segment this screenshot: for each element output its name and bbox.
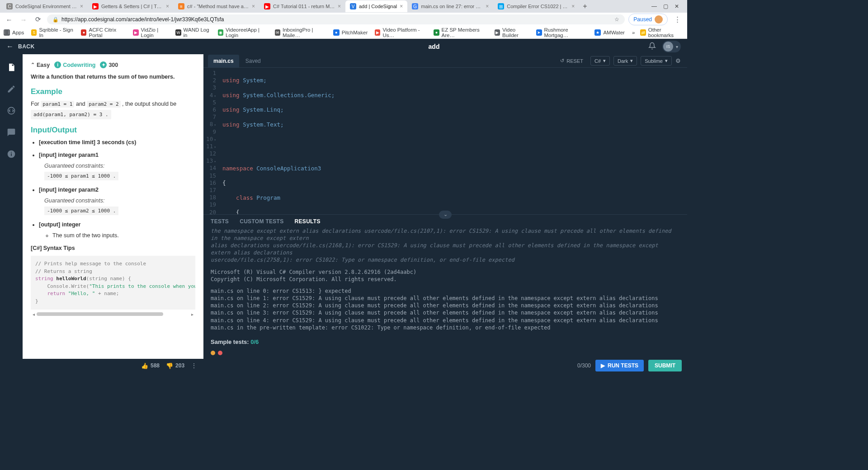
bookmark-favicon: ● bbox=[434, 29, 439, 36]
tab-favicon: V bbox=[350, 3, 356, 9]
bookmark-favicon: ● bbox=[81, 29, 86, 36]
new-tab-button[interactable]: + bbox=[579, 2, 590, 10]
tab-tests[interactable]: TESTS bbox=[211, 218, 229, 225]
language-label: C# bbox=[594, 58, 601, 64]
tab-title: Getters & Setters | C# | Tutorial 2 bbox=[101, 4, 163, 9]
bookmark-item[interactable]: ●ACFC Citrix Portal bbox=[81, 27, 126, 38]
problem-panel: ⌃ Easy i Codewriting ✦ 300 Write a funct… bbox=[23, 54, 203, 359]
input1-heading: [input] integer param1 bbox=[39, 152, 195, 158]
upvote-count: 588 bbox=[151, 362, 160, 369]
tab-close-button[interactable]: × bbox=[571, 3, 575, 9]
bookmark-item[interactable]: ◉VideoreelApp | Login bbox=[218, 27, 268, 38]
tab-results[interactable]: RESULTS bbox=[295, 218, 321, 225]
bookmark-label: Video Builder bbox=[502, 27, 529, 38]
back-button[interactable]: ← BACK bbox=[6, 42, 35, 51]
code-icon[interactable] bbox=[6, 106, 16, 116]
star-icon[interactable]: ☆ bbox=[614, 16, 619, 23]
code-body[interactable]: using System; using System.Collections.G… bbox=[219, 68, 687, 214]
bookmark-item[interactable]: ▶Video Platform - Us… bbox=[375, 27, 426, 38]
url-text: https://app.codesignal.com/arcade/intro/… bbox=[61, 16, 224, 23]
browser-tab[interactable]: ▶Getters & Setters | C# | Tutorial 2× bbox=[88, 0, 174, 12]
reset-button[interactable]: ↺ RESET bbox=[557, 56, 587, 65]
tab-close-button[interactable]: × bbox=[80, 3, 83, 9]
points-badge: ✦ 300 bbox=[100, 61, 118, 68]
bookmarks-overflow[interactable]: » bbox=[632, 30, 635, 35]
bookmark-item[interactable]: ★AMWater bbox=[594, 29, 625, 36]
browser-tab[interactable]: ▶C# Tutorial 011 - return Method× bbox=[259, 0, 345, 12]
upvote-button[interactable]: 👍 588 bbox=[141, 362, 160, 369]
forward-nav-button[interactable]: → bbox=[18, 16, 29, 24]
task-type-badge: i Codewriting bbox=[54, 61, 95, 68]
tab-custom-tests[interactable]: CUSTOM TESTS bbox=[240, 218, 283, 225]
points-value: 300 bbox=[108, 62, 118, 68]
notifications-icon[interactable] bbox=[648, 42, 656, 51]
reset-label: RESET bbox=[566, 58, 583, 64]
close-window-button[interactable]: ✕ bbox=[675, 3, 679, 9]
submit-button[interactable]: SUBMIT bbox=[648, 360, 682, 371]
bookmark-item[interactable]: ✉InboxingPro | Maile… bbox=[275, 27, 326, 38]
bookmark-item[interactable]: ⋮⋮Apps bbox=[4, 29, 24, 36]
bookmark-label: ACFC Citrix Portal bbox=[89, 27, 126, 38]
input2-heading: [input] integer param2 bbox=[39, 187, 195, 193]
results-output: the namespace except extern alias declar… bbox=[203, 227, 687, 335]
pencil-icon[interactable] bbox=[6, 84, 16, 94]
tab-close-button[interactable]: × bbox=[252, 3, 255, 9]
bookmark-item[interactable]: ●EZ SP Members Are… bbox=[434, 27, 487, 38]
syntax-tips-box: // Prints help message to the console //… bbox=[31, 256, 195, 310]
maximize-button[interactable]: ▢ bbox=[663, 3, 668, 9]
char-count: 0/300 bbox=[577, 362, 591, 369]
browser-tab[interactable]: Vadd | CodeSignal× bbox=[345, 0, 407, 12]
bookmark-item[interactable]: ▶Video Builder bbox=[495, 27, 529, 38]
theme-selector[interactable]: Dark ▾ bbox=[613, 56, 637, 66]
tab-close-button[interactable]: × bbox=[338, 3, 341, 9]
browser-tab[interactable]: CCodeSignal Environment | CodeS× bbox=[2, 0, 88, 12]
run-label: RUN TESTS bbox=[608, 362, 638, 369]
keymap-selector[interactable]: Sublime ▾ bbox=[641, 56, 672, 66]
bookmark-item[interactable]: SSqribble - Sign In bbox=[31, 27, 74, 38]
browser-tab[interactable]: Gmain.cs on line 27: error CS1022× bbox=[407, 0, 493, 12]
browser-tab[interactable]: ⊞Compiler Error CS1022 | Microso× bbox=[493, 0, 579, 12]
back-nav-button[interactable]: ← bbox=[4, 16, 14, 24]
bookmark-item[interactable]: ▶VidZio | Login bbox=[133, 27, 168, 38]
bookmark-item[interactable]: ●PitchMaker bbox=[333, 29, 368, 36]
bookmark-item[interactable]: ➤Rushmore Mortgag… bbox=[536, 27, 587, 38]
constraints-label: Guaranteed constraints: bbox=[44, 163, 195, 169]
comments-icon[interactable] bbox=[6, 127, 16, 137]
bookmark-favicon: ⋮⋮ bbox=[4, 29, 10, 36]
tab-close-button[interactable]: × bbox=[486, 3, 489, 9]
file-tab[interactable]: main.cs bbox=[208, 55, 239, 67]
run-tests-button[interactable]: ▶ RUN TESTS bbox=[595, 360, 644, 371]
browser-tab[interactable]: ≡c# - "Method must have a return× bbox=[174, 0, 259, 12]
tab-close-button[interactable]: × bbox=[400, 3, 403, 9]
tab-favicon: ≡ bbox=[178, 3, 184, 9]
profile-paused-pill[interactable]: Paused bbox=[628, 14, 668, 25]
more-actions-button[interactable]: ⋮ bbox=[191, 362, 197, 369]
difficulty-badge[interactable]: ⌃ Easy bbox=[31, 62, 50, 68]
tab-favicon: ⊞ bbox=[498, 3, 504, 9]
language-selector[interactable]: C# ▾ bbox=[590, 56, 610, 66]
info-icon[interactable] bbox=[6, 149, 16, 159]
downvote-button[interactable]: 👎 203 bbox=[166, 362, 184, 369]
problem-description: Write a function that returns the sum of… bbox=[31, 74, 195, 80]
user-menu[interactable]: IS ▾ bbox=[662, 41, 681, 52]
horizontal-scrollbar[interactable]: ◂ ▸ bbox=[31, 311, 195, 317]
collapse-panel-button[interactable]: ⌄ bbox=[439, 211, 452, 219]
tab-favicon: ▶ bbox=[92, 3, 99, 9]
address-bar[interactable]: 🔒 https://app.codesignal.com/arcade/intr… bbox=[47, 14, 625, 24]
editor-header: main.cs Saved ↺ RESET C# ▾ Dark ▾ Sublim… bbox=[203, 54, 687, 68]
svg-rect-3 bbox=[11, 152, 12, 153]
tab-close-button[interactable]: × bbox=[166, 3, 169, 9]
reload-button[interactable]: ⟳ bbox=[33, 15, 43, 24]
bookmark-item[interactable]: WWAND Log in bbox=[175, 27, 210, 38]
browser-menu-button[interactable]: ⋮ bbox=[671, 15, 684, 24]
description-icon[interactable] bbox=[6, 62, 16, 72]
code-editor[interactable]: 1234567891011121314151617181920212223242… bbox=[203, 68, 687, 214]
bookmark-favicon: ● bbox=[333, 29, 340, 36]
other-bookmarks-folder[interactable]: 📁 Other bookmarks bbox=[640, 27, 684, 38]
page-title: add bbox=[429, 43, 440, 50]
chevron-down-icon: ▾ bbox=[665, 58, 668, 64]
bookmark-label: WAND Log in bbox=[184, 27, 211, 38]
gear-icon[interactable]: ⚙ bbox=[675, 57, 681, 64]
other-bookmarks-label: Other bookmarks bbox=[648, 27, 684, 38]
minimize-button[interactable]: — bbox=[651, 3, 657, 9]
